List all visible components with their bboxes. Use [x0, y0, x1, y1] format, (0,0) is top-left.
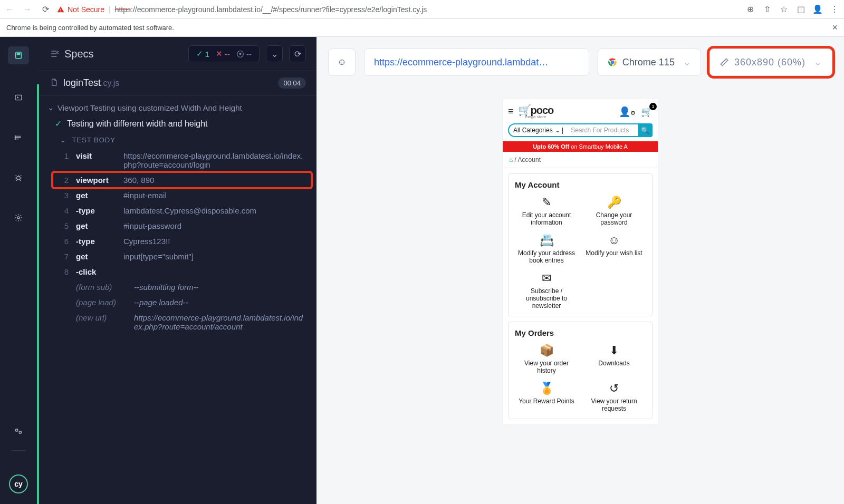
nav-debug-icon[interactable]	[12, 131, 25, 144]
infobar-text: Chrome is being controlled by automated …	[6, 24, 174, 32]
zoom-icon[interactable]: ⊕	[746, 5, 754, 14]
order-tile[interactable]: 📦View your order history	[515, 344, 578, 374]
automation-infobar: Chrome is being controlled by automated …	[0, 19, 844, 37]
svg-rect-0	[16, 52, 22, 59]
chevron-down-icon: ⌄	[814, 56, 822, 68]
app-under-test: ≡ 🛒poco mega store 👤⚙ 🛒 All Categories ⌄…	[502, 98, 658, 425]
my-orders-card: My Orders 📦View your order history⬇Downl…	[508, 322, 653, 419]
account-tile[interactable]: ✉Subscribe / unsubscribe to newsletter	[515, 272, 578, 309]
test-row[interactable]: ✓ Testing with different width and heigh…	[42, 115, 316, 132]
collapse-icon[interactable]	[50, 49, 60, 59]
user-gear-icon[interactable]: 👤⚙	[619, 106, 636, 118]
cypress-sidebar: cy	[0, 37, 37, 504]
search-input[interactable]: Search For Products	[568, 123, 638, 137]
aut-viewport-select[interactable]: 360x890 (60%) ⌄	[709, 49, 832, 76]
panel-icon[interactable]: ◫	[797, 5, 805, 14]
command-row[interactable]: 2viewport360, 890	[53, 172, 311, 188]
nav-settings-icon[interactable]	[12, 211, 25, 225]
test-body-label[interactable]: ⌄ TEST BODY	[42, 132, 316, 148]
chevron-down-icon: ⌄	[47, 103, 54, 112]
reporter-panel: Specs ✓ 1 ✕ -- ⦿ -- ⌄ ⟳ loginTest.cy.js …	[37, 37, 316, 504]
command-row[interactable]: 1visithttps://ecommerce-playground.lambd…	[53, 148, 311, 172]
profile-icon[interactable]: 👤	[813, 5, 822, 14]
menu-icon[interactable]: ⋮	[830, 5, 839, 14]
ruler-icon	[720, 57, 729, 67]
not-secure-badge: Not Secure	[57, 5, 104, 14]
nav-runs-icon[interactable]	[12, 91, 25, 104]
category-dropdown[interactable]: All Categories ⌄ |	[508, 123, 568, 137]
command-row[interactable]: 7getinput[type="submit"]	[53, 249, 311, 264]
chevron-down-icon: ⌄	[683, 56, 691, 68]
bookmark-icon[interactable]: ☆	[780, 5, 788, 14]
nav-specs-icon[interactable]	[8, 46, 29, 64]
account-tile[interactable]: ☺Modify your wish list	[582, 234, 646, 264]
svg-point-7	[17, 217, 20, 219]
svg-point-4	[15, 137, 15, 138]
aut-url[interactable]: https://ecommerce-playground.lambdat…	[364, 49, 589, 76]
card-title: My Orders	[515, 328, 646, 337]
order-tile[interactable]: ⬇Downloads	[582, 344, 646, 374]
account-tile[interactable]: 📇Modify your address book entries	[515, 234, 578, 264]
command-event: (new url)https://ecommerce-playground.la…	[53, 310, 311, 334]
order-tile[interactable]: ↺View your return requests	[582, 382, 646, 412]
site-logo[interactable]: 🛒poco mega store	[518, 104, 554, 119]
aut-panel: https://ecommerce-playground.lambdat… Ch…	[316, 37, 844, 504]
forward-icon[interactable]: →	[23, 5, 32, 14]
check-icon: ✓	[55, 119, 62, 129]
file-icon	[50, 78, 58, 89]
next-button[interactable]: ⌄	[266, 45, 283, 62]
share-icon[interactable]: ⇧	[763, 5, 771, 14]
order-tile[interactable]: 🏅Your Reward Points	[515, 382, 578, 412]
spec-duration: 00:04	[278, 77, 306, 89]
promo-banner: Upto 60% Off on Smartbuy Mobile A	[503, 141, 658, 152]
command-row[interactable]: 3get#input-email	[53, 188, 311, 203]
address-bar[interactable]: Not Secure | https://ecommerce-playgroun…	[57, 5, 738, 14]
close-icon[interactable]: ×	[832, 22, 838, 33]
svg-point-3	[15, 136, 15, 137]
cart-icon[interactable]: 🛒	[641, 106, 653, 118]
selector-playground-button[interactable]	[328, 49, 356, 76]
suite-row[interactable]: ⌄ Viewport Testing using customized Widt…	[42, 100, 316, 115]
svg-rect-8	[16, 429, 18, 431]
hamburger-icon[interactable]: ≡	[508, 106, 514, 117]
svg-point-6	[17, 176, 21, 180]
search-button[interactable]: 🔍	[638, 123, 653, 137]
spec-name: loginTest	[63, 77, 101, 89]
command-row[interactable]: 5get#input-password	[53, 218, 311, 234]
reporter-title: Specs	[64, 48, 94, 60]
command-row[interactable]: 6-typeCypress123!!	[53, 234, 311, 249]
account-tile[interactable]: 🔑Change your password	[582, 196, 646, 226]
my-account-card: My Account ✎Edit your account informatio…	[508, 173, 653, 316]
nav-keyboard-icon[interactable]	[12, 424, 25, 438]
nav-bug-icon[interactable]	[12, 171, 25, 185]
command-event: (page load)--page loaded--	[53, 295, 311, 310]
chrome-icon	[608, 57, 617, 67]
cypress-logo-icon[interactable]: cy	[9, 474, 28, 493]
svg-rect-1	[17, 54, 20, 55]
spec-file-row[interactable]: loginTest.cy.js 00:04	[37, 71, 316, 95]
svg-point-5	[15, 139, 15, 139]
back-icon[interactable]: ←	[5, 5, 14, 14]
chevron-down-icon: ⌄	[60, 136, 66, 144]
svg-rect-9	[19, 431, 21, 433]
rerun-button[interactable]: ⟳	[289, 45, 306, 62]
breadcrumb: ⌂ / Account	[503, 152, 658, 168]
command-row[interactable]: 4-typelambdatest.Cypress@disposable.com	[53, 203, 311, 218]
command-row[interactable]: 8-click	[53, 264, 311, 279]
home-icon[interactable]: ⌂	[509, 156, 513, 163]
stats-pill: ✓ 1 ✕ -- ⦿ --	[188, 45, 260, 62]
account-tile[interactable]: ✎Edit your account information	[515, 196, 578, 226]
svg-point-12	[610, 61, 614, 64]
card-title: My Account	[515, 180, 646, 189]
aut-browser-select[interactable]: Chrome 115 ⌄	[598, 49, 701, 76]
browser-toolbar: ← → ⟳ Not Secure | https://ecommerce-pla…	[0, 0, 844, 19]
command-event: (form sub)--submitting form--	[53, 279, 311, 295]
reload-icon[interactable]: ⟳	[41, 5, 50, 14]
